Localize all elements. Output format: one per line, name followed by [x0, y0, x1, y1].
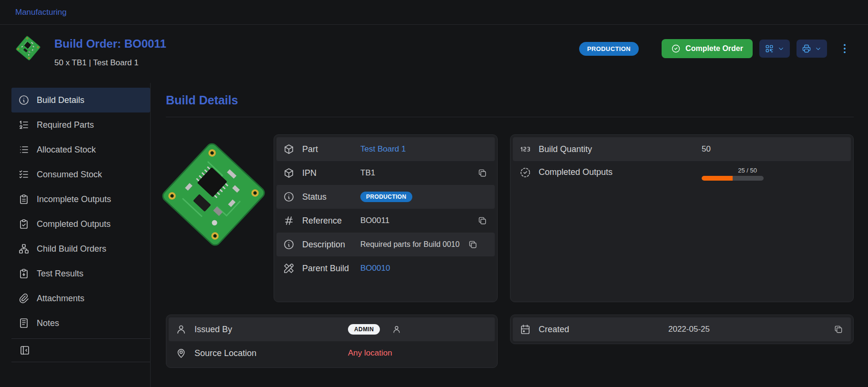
sidebar-item-incomplete-outputs[interactable]: Incomplete Outputs: [11, 187, 150, 212]
sidebar: Build Details Required Parts Allocated S…: [0, 83, 151, 387]
row-value: Required parts for Build 0010: [350, 239, 462, 250]
row-label: Description: [302, 239, 350, 250]
sidebar-item-completed-outputs[interactable]: Completed Outputs: [11, 212, 150, 236]
sidebar-collapse-button[interactable]: [18, 344, 31, 357]
part-link[interactable]: Test Board 1: [350, 144, 488, 154]
sidebar-item-label: Allocated Stock: [37, 145, 96, 155]
copy-icon: [478, 216, 487, 225]
sidebar-item-label: Build Details: [37, 95, 84, 105]
box-icon: [283, 167, 295, 179]
detail-row-ipn: IPN TB1: [276, 161, 495, 185]
quantity-panel: Build Quantity 50 Completed Outputs 25 /…: [510, 134, 854, 302]
part-image: [166, 134, 261, 302]
build-quantity-value: 50: [691, 144, 844, 154]
list-icon: [18, 144, 30, 155]
clipboard-list-icon: [18, 194, 30, 205]
copy-icon: [834, 325, 843, 334]
progress-track: [702, 176, 764, 181]
hash-icon: [283, 215, 295, 226]
breadcrumb-link-manufacturing[interactable]: Manufacturing: [15, 8, 67, 17]
numbers-123-icon: [520, 143, 531, 155]
copy-description-button[interactable]: [467, 239, 479, 250]
page-subtitle: 50 x TB1 | Test Board 1: [54, 58, 166, 68]
copy-icon: [478, 168, 487, 178]
section-title: Build Details: [166, 93, 854, 107]
list-check-icon: [18, 169, 30, 180]
sidebar-item-label: Incomplete Outputs: [37, 194, 111, 204]
paperclip-icon: [18, 293, 30, 304]
sidebar-item-build-details[interactable]: Build Details: [11, 88, 150, 112]
more-actions-button[interactable]: [836, 41, 854, 57]
clipboard-check-icon: [18, 218, 30, 230]
copy-created-button[interactable]: [833, 324, 844, 335]
sidebar-item-label: Test Results: [37, 269, 83, 279]
completed-outputs-progress: 25 / 50: [702, 167, 764, 181]
sidebar-item-consumed-stock[interactable]: Consumed Stock: [11, 162, 150, 187]
sidebar-footer: [11, 338, 150, 362]
issued-panel: Issued By ADMIN Source Location Any loca…: [166, 315, 498, 368]
page-title: Build Order: BO0011: [54, 37, 166, 51]
copy-icon: [468, 240, 478, 249]
row-label: Issued By: [194, 324, 337, 335]
issued-by-badge: ADMIN: [348, 324, 380, 335]
row-label: Parent Build: [302, 263, 350, 274]
sidebar-item-label: Consumed Stock: [37, 170, 102, 180]
detail-row-part: Part Test Board 1: [276, 137, 495, 161]
list-numbers-icon: [18, 119, 30, 131]
sidebar-collapse-icon: [19, 345, 31, 356]
progress-fill: [702, 176, 733, 181]
qr-code-icon: [765, 44, 774, 53]
build-details-panel: Part Test Board 1 IPN TB1 Status PRODUCT…: [274, 134, 498, 302]
row-label: Reference: [302, 215, 350, 226]
detail-row-description: Description Required parts for Build 001…: [276, 233, 495, 256]
source-location-value: Any location: [337, 348, 488, 358]
complete-order-label: Complete Order: [685, 44, 743, 53]
user-icon: [175, 324, 187, 335]
sidebar-item-notes[interactable]: Notes: [11, 311, 150, 336]
map-pin-icon: [175, 347, 187, 359]
circle-check-icon: [671, 44, 681, 53]
row-label: Build Quantity: [539, 144, 691, 155]
parent-build-link[interactable]: BO0010: [350, 264, 488, 273]
info-circle-icon: [18, 94, 30, 106]
sidebar-item-label: Attachments: [37, 294, 84, 304]
detail-row-reference: Reference BO0011: [276, 209, 495, 233]
sidebar-item-label: Child Build Orders: [37, 244, 106, 254]
chevron-down-icon: [815, 45, 822, 52]
sidebar-item-required-parts[interactable]: Required Parts: [11, 112, 150, 137]
sidebar-item-label: Required Parts: [37, 120, 94, 130]
info-circle-icon: [283, 239, 295, 250]
sidebar-item-test-results[interactable]: Test Results: [11, 261, 150, 286]
sidebar-item-label: Completed Outputs: [37, 219, 111, 229]
complete-order-button[interactable]: Complete Order: [662, 39, 753, 58]
sidebar-item-attachments[interactable]: Attachments: [11, 286, 150, 311]
status-badge: PRODUCTION: [360, 192, 412, 202]
progress-label: 25 / 50: [738, 167, 764, 174]
row-label: Source Location: [194, 348, 337, 359]
row-label: IPN: [302, 168, 350, 179]
detail-row-issued-by: Issued By ADMIN: [169, 317, 495, 341]
copy-ipn-button[interactable]: [477, 167, 488, 179]
info-circle-icon: [283, 191, 295, 203]
sitemap-icon: [18, 243, 30, 255]
detail-row-status: Status PRODUCTION: [276, 185, 495, 209]
row-value: TB1: [350, 168, 472, 178]
breadcrumb: Manufacturing: [0, 0, 868, 25]
progress-check-icon: [520, 167, 531, 178]
sidebar-item-label: Notes: [37, 318, 59, 328]
row-label: Part: [302, 144, 350, 155]
row-label: Completed Outputs: [539, 167, 691, 178]
detail-row-parent-build: Parent Build BO0010: [276, 256, 495, 280]
build-thumbnail-image: [15, 35, 41, 61]
barcode-actions-button[interactable]: [759, 40, 790, 58]
main-panel: Build Details Part Test Board 1 IPN TB1: [151, 83, 868, 387]
print-actions-button[interactable]: [797, 40, 827, 58]
status-badge: PRODUCTION: [579, 42, 639, 56]
copy-reference-button[interactable]: [477, 215, 488, 226]
page-header: Build Order: BO0011 50 x TB1 | Test Boar…: [0, 25, 868, 83]
sidebar-item-child-build-orders[interactable]: Child Build Orders: [11, 236, 150, 261]
detail-row-completed-outputs: Completed Outputs 25 / 50: [513, 161, 851, 185]
row-label: Status: [302, 192, 350, 203]
notes-icon: [18, 317, 30, 329]
sidebar-item-allocated-stock[interactable]: Allocated Stock: [11, 137, 150, 162]
